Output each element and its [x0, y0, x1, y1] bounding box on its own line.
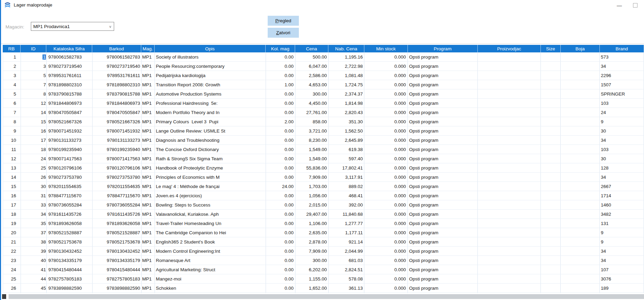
- cell-brand[interactable]: 34: [600, 173, 644, 182]
- cell-nab[interactable]: 2,645.89: [329, 136, 365, 145]
- cell-kol[interactable]: 2.00: [266, 117, 295, 126]
- cell-barkod[interactable]: 9782757805183: [93, 274, 142, 283]
- cell-ks[interactable]: 9780131133273: [47, 136, 93, 145]
- cell-proizvodjac[interactable]: [478, 265, 541, 274]
- cell-rb[interactable]: 25: [3, 274, 21, 283]
- cell-nab[interactable]: 578.08: [329, 274, 365, 283]
- cell-ks[interactable]: 9789531761611: [47, 71, 93, 80]
- cell-min[interactable]: 0.000: [364, 173, 408, 182]
- cell-min[interactable]: 0.000: [364, 163, 408, 172]
- scrollbar-thumb[interactable]: [2, 294, 6, 299]
- cell-min[interactable]: 0.000: [364, 108, 408, 117]
- cell-ks[interactable]: 9780273719540: [47, 62, 93, 71]
- cell-kol[interactable]: 0.00: [266, 99, 295, 108]
- cell-proizvodjac[interactable]: [478, 52, 541, 61]
- cell-barkod[interactable]: 9780071417563: [93, 154, 142, 163]
- cell-proizvodjac[interactable]: [478, 247, 541, 255]
- cell-boja[interactable]: [561, 126, 600, 135]
- cell-program[interactable]: Opsti program: [408, 62, 478, 71]
- cell-barkod[interactable]: 9789531761611: [93, 71, 142, 80]
- cell-id[interactable]: 41: [21, 265, 47, 274]
- cell-brand[interactable]: 34: [600, 62, 644, 71]
- cell-nab[interactable]: 17,802.41: [329, 163, 365, 172]
- cell-kol[interactable]: 0.00: [266, 200, 295, 209]
- cell-id[interactable]: 25: [21, 163, 47, 172]
- cell-nab[interactable]: 468.41: [329, 191, 365, 200]
- cell-size[interactable]: [541, 52, 561, 61]
- cell-id[interactable]: 34: [21, 210, 47, 218]
- cell-boja[interactable]: [561, 256, 600, 265]
- cell-rb[interactable]: 12: [3, 154, 21, 163]
- cell-min[interactable]: 0.000: [364, 256, 408, 265]
- cell-kol[interactable]: 0.00: [266, 145, 295, 154]
- table-row[interactable]: 3597895317616119789531761611MP1Pedijatri…: [3, 71, 644, 80]
- cell-cena[interactable]: 300.00: [295, 256, 329, 265]
- cell-kol[interactable]: 0.00: [266, 237, 295, 246]
- cell-program[interactable]: Opsti program: [408, 219, 478, 228]
- cell-cena[interactable]: 2,586.00: [295, 71, 329, 80]
- column-header-id[interactable]: ID: [21, 45, 46, 52]
- cell-kol[interactable]: 0.00: [266, 219, 295, 228]
- table-row[interactable]: 5897837908157889783790815788MP1Automotiv…: [3, 89, 644, 99]
- cell-barkod[interactable]: 9780521667326: [93, 117, 142, 126]
- cell-program[interactable]: Opsti program: [408, 256, 478, 265]
- cell-size[interactable]: [541, 89, 561, 98]
- table-row[interactable]: 132597801207961069780120796106MP1Handboo…: [3, 163, 644, 173]
- cell-brand[interactable]: 34: [600, 136, 644, 145]
- cell-proizvodjac[interactable]: [478, 274, 541, 283]
- column-header-brand[interactable]: Brand: [600, 45, 644, 52]
- cell-kol[interactable]: 0.00: [266, 163, 295, 172]
- cell-nab[interactable]: 889.02: [329, 182, 365, 191]
- cell-min[interactable]: 0.000: [364, 274, 408, 283]
- cell-id[interactable]: 33: [21, 200, 47, 209]
- cell-min[interactable]: 0.000: [364, 89, 408, 98]
- cell-rb[interactable]: 7: [3, 108, 21, 117]
- cell-nab[interactable]: 597.40: [329, 154, 365, 163]
- cell-proizvodjac[interactable]: [478, 219, 541, 228]
- cell-size[interactable]: [541, 237, 561, 246]
- cell-cena[interactable]: 1,549.00: [295, 145, 329, 154]
- cell-program[interactable]: Opsti program: [408, 80, 478, 89]
- cell-boja[interactable]: [561, 71, 600, 80]
- cell-cena[interactable]: 29,407.00: [295, 210, 329, 218]
- cell-opis[interactable]: Pedijatrijska kardiologija: [155, 71, 266, 80]
- cell-min[interactable]: 0.000: [364, 117, 408, 126]
- cell-brand[interactable]: 3076: [600, 274, 644, 283]
- cell-boja[interactable]: [561, 154, 600, 163]
- cell-kol[interactable]: 0.00: [266, 62, 295, 71]
- maximize-button[interactable]: [629, 0, 641, 10]
- table-row[interactable]: 163197884771156709788477115670MP1Joven.e…: [3, 191, 644, 200]
- cell-size[interactable]: [541, 145, 561, 154]
- cell-id[interactable]: 39: [21, 247, 47, 255]
- cell-rb[interactable]: 6: [3, 99, 21, 108]
- pregled-button[interactable]: Pregled: [268, 16, 299, 26]
- cell-proizvodjac[interactable]: [478, 89, 541, 98]
- cell-brand[interactable]: 1714: [600, 191, 644, 200]
- cell-barkod[interactable]: 9783898882590: [93, 284, 142, 292]
- cell-ks[interactable]: 9780736055284: [47, 200, 93, 209]
- cell-boja[interactable]: [561, 247, 600, 255]
- cell-rb[interactable]: 15: [3, 182, 21, 191]
- cell-size[interactable]: [541, 80, 561, 89]
- cell-cena[interactable]: 7,909.00: [295, 173, 329, 182]
- cell-rb[interactable]: 8: [3, 117, 21, 126]
- cell-mag[interactable]: MP1: [142, 182, 155, 191]
- cell-ks[interactable]: 9782757805183: [47, 274, 93, 283]
- cell-proizvodjac[interactable]: [478, 117, 541, 126]
- cell-size[interactable]: [541, 274, 561, 283]
- cell-proizvodjac[interactable]: [478, 71, 541, 80]
- cell-id[interactable]: 18: [21, 145, 47, 154]
- table-row[interactable]: 254497827578051839782757805183MP1Mangez-…: [3, 274, 644, 284]
- cell-id[interactable]: 16: [21, 126, 47, 135]
- cell-ks[interactable]: 9781844806973: [47, 99, 93, 108]
- cell-size[interactable]: [541, 219, 561, 228]
- cell-mag[interactable]: MP1: [142, 117, 155, 126]
- cell-program[interactable]: Opsti program: [408, 210, 478, 218]
- cell-size[interactable]: [541, 256, 561, 265]
- cell-program[interactable]: Opsti program: [408, 247, 478, 255]
- cell-min[interactable]: 0.000: [364, 136, 408, 145]
- cell-cena[interactable]: 4,450.00: [295, 99, 329, 108]
- table-row[interactable]: 264597838988825909783898882590MP1Schokke…: [3, 284, 644, 293]
- cell-id[interactable]: 30: [21, 182, 47, 191]
- cell-id[interactable]: 15: [21, 117, 47, 126]
